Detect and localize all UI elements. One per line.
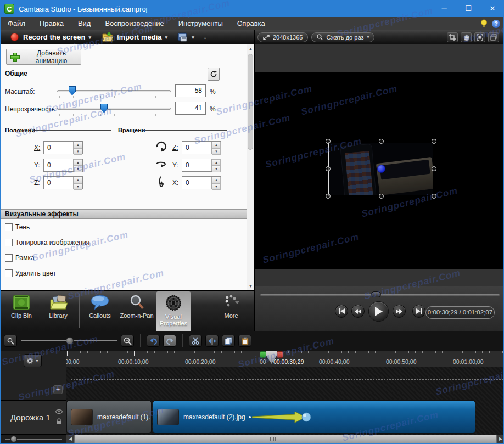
selection-handle-nw[interactable] — [326, 139, 331, 144]
record-dropdown-arrow[interactable]: ▾ — [88, 35, 91, 40]
opacity-value-input[interactable]: 41 — [175, 102, 206, 115]
selection-handle-se[interactable] — [432, 194, 436, 199]
spin-down-icon[interactable]: ▼ — [212, 183, 221, 190]
crop-icon[interactable] — [447, 32, 458, 42]
minimize-button[interactable]: ─ — [432, 1, 456, 17]
copy-button[interactable] — [222, 335, 235, 347]
split-button[interactable] — [205, 335, 219, 347]
maximize-button[interactable]: ☐ — [456, 1, 480, 17]
spin-down-icon[interactable]: ▼ — [74, 183, 82, 190]
menu-edit[interactable]: Правка — [32, 17, 71, 30]
remove-color-checkbox[interactable] — [5, 269, 13, 277]
reset-button[interactable] — [208, 68, 220, 81]
animation-arrow-icon[interactable] — [252, 410, 312, 424]
rot-x-spinner[interactable]: 0 ▲▼ — [182, 176, 221, 189]
spin-up-icon[interactable]: ▲ — [212, 159, 221, 166]
scroll-up-icon[interactable]: ▲ — [247, 44, 254, 53]
timeline-settings-button[interactable]: ▼ — [24, 354, 42, 367]
spin-up-icon[interactable]: ▲ — [74, 159, 82, 166]
zoom-slider-thumb[interactable] — [66, 337, 74, 345]
rewind-button[interactable] — [351, 305, 365, 318]
tab-zoom-n-pan[interactable]: Zoom-n-Pan — [119, 291, 154, 331]
tab-visual-properties[interactable]: Visual Properties — [156, 291, 191, 331]
timeline-scrollbar[interactable] — [74, 435, 497, 443]
selection-handle-sw[interactable] — [326, 194, 331, 199]
fast-forward-button[interactable] — [393, 305, 406, 318]
preview-seekbar-thumb[interactable] — [371, 291, 381, 297]
selection-center-handle[interactable] — [377, 165, 385, 173]
spin-down-icon[interactable]: ▼ — [212, 166, 221, 172]
tab-library[interactable]: Library — [40, 291, 76, 331]
clip-maxresdefault-2[interactable]: maxresdefault (2).jpg — [153, 400, 475, 434]
tab-clip-bin[interactable]: Clip Bin — [4, 291, 39, 331]
cut-button[interactable] — [189, 335, 202, 347]
zoom-in-button[interactable] — [121, 335, 134, 347]
track-visibility-icon[interactable] — [55, 409, 63, 414]
paste-button[interactable] — [238, 335, 251, 347]
colorize-checkbox[interactable] — [5, 239, 13, 246]
track-lock-icon[interactable] — [56, 418, 62, 425]
scale-slider-thumb[interactable] — [69, 86, 76, 95]
spin-up-icon[interactable]: ▲ — [74, 142, 82, 148]
track-height-slider[interactable] — [1, 435, 66, 443]
pos-x-spinner[interactable]: 0 ▲▼ — [43, 141, 83, 154]
track-lane[interactable]: maxresdefault (1). maxresdefault (2).jpg — [66, 367, 504, 435]
tip-bulb-icon[interactable] — [480, 19, 488, 28]
properties-scrollbar[interactable]: ▲ ▼ — [247, 44, 254, 290]
pos-z-spinner[interactable]: 0 ▲▼ — [43, 176, 83, 189]
spin-down-icon[interactable]: ▼ — [74, 148, 82, 155]
shadow-checkbox[interactable] — [5, 223, 13, 231]
add-animation-button[interactable]: Добавить анимацию — [6, 49, 81, 65]
selection-in-marker[interactable] — [260, 351, 266, 358]
selection-handle-e[interactable] — [432, 166, 436, 171]
menu-tools[interactable]: Инструменты — [171, 17, 230, 30]
zoom-out-button[interactable] — [4, 335, 17, 347]
selection-handle-ne[interactable] — [432, 139, 436, 144]
rot-z-spinner[interactable]: 0 ▲▼ — [182, 141, 221, 154]
pos-y-spinner[interactable]: 0 ▲▼ — [43, 159, 83, 172]
selection-handle-w[interactable] — [326, 166, 331, 171]
menu-file[interactable]: Файл — [1, 17, 32, 30]
selection-out-marker[interactable] — [277, 351, 283, 358]
spin-down-icon[interactable]: ▼ — [74, 166, 82, 172]
opacity-slider-thumb[interactable] — [100, 104, 108, 113]
play-button[interactable] — [368, 301, 389, 322]
preview-canvas[interactable] — [255, 72, 504, 269]
scrollbar-thumb[interactable] — [248, 54, 253, 150]
scroll-right-icon[interactable]: ▶ — [497, 435, 504, 443]
selection-handle-s[interactable] — [379, 194, 384, 199]
zoom-mode-dropdown[interactable]: Сжать до раз ▾ — [311, 32, 374, 42]
scale-value-input[interactable]: 58 — [175, 84, 206, 97]
spin-up-icon[interactable]: ▲ — [212, 177, 221, 183]
clip-maxresdefault-1[interactable]: maxresdefault (1). — [66, 400, 152, 434]
fullscreen-icon[interactable] — [474, 32, 485, 42]
menu-view[interactable]: Вид — [71, 17, 98, 30]
go-to-start-button[interactable] — [335, 305, 348, 318]
timeline-zoom-slider[interactable] — [21, 335, 117, 347]
scroll-left-icon[interactable]: ◀ — [66, 435, 74, 443]
canvas-dimensions-button[interactable]: 2048x1365 — [257, 32, 308, 42]
spin-down-icon[interactable]: ▼ — [212, 148, 221, 155]
spin-up-icon[interactable]: ▲ — [74, 177, 82, 183]
track-height-thumb[interactable] — [10, 436, 17, 442]
undo-button[interactable] — [147, 335, 160, 347]
help-icon[interactable]: ? — [492, 20, 500, 28]
menu-help[interactable]: Справка — [230, 17, 272, 30]
pan-hand-icon[interactable] — [461, 32, 472, 42]
produce-dropdown-arrow[interactable]: ▾ — [192, 35, 194, 40]
toolbar-overflow-chevron[interactable]: ⌄ — [203, 35, 208, 40]
detach-window-icon[interactable] — [488, 32, 499, 42]
go-to-end-button[interactable] — [412, 305, 425, 318]
produce-share-icon[interactable] — [177, 32, 188, 42]
border-checkbox[interactable] — [5, 254, 13, 262]
selection-handle-n[interactable] — [379, 139, 384, 144]
scroll-down-icon[interactable]: ▼ — [247, 282, 254, 290]
rot-y-spinner[interactable]: 0 ▲▼ — [182, 159, 221, 172]
import-media-button[interactable]: Import media — [117, 33, 162, 41]
record-screen-button[interactable]: Record the screen — [23, 33, 85, 41]
import-dropdown-arrow[interactable]: ▾ — [165, 35, 168, 40]
spin-up-icon[interactable]: ▲ — [212, 142, 221, 148]
opacity-slider[interactable] — [57, 108, 171, 110]
tab-callouts[interactable]: Callouts — [82, 291, 118, 331]
menu-playback[interactable]: Воспроизведение — [98, 17, 171, 30]
